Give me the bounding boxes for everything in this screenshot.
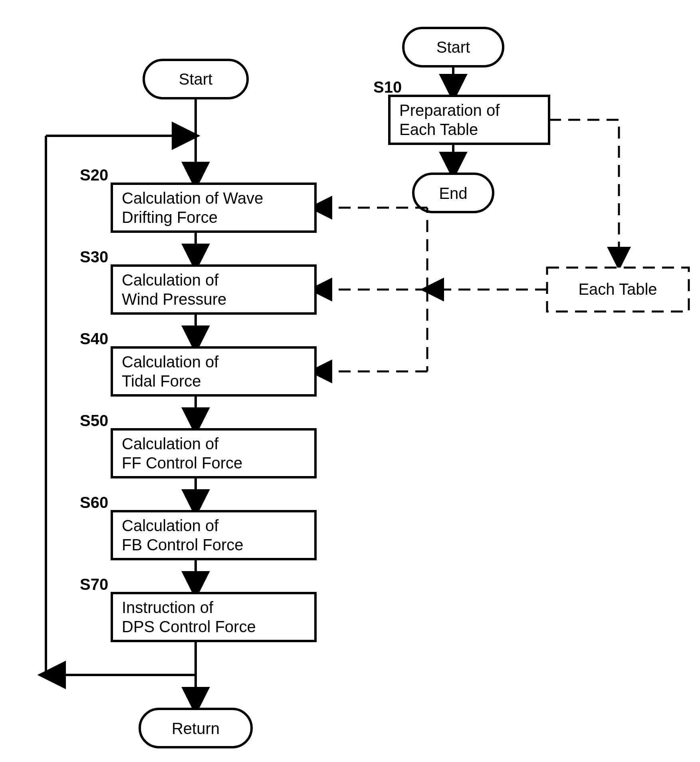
s40-id: S40 [80,330,108,347]
terminator-end-right: End [413,174,493,212]
s40-line1: Calculation of [122,353,219,371]
side-box-each-table: Each Table [547,268,689,312]
process-s40: S40 Calculation of Tidal Force [80,330,315,395]
terminator-start-main: Start [144,60,248,98]
s60-line2: FB Control Force [122,536,244,554]
s70-line2: DPS Control Force [122,618,256,635]
s30-line2: Wind Pressure [122,290,226,308]
return-label: Return [172,720,220,737]
dashed-s10-to-sidebox [549,120,619,264]
s20-line2: Drifting Force [122,208,218,226]
s60-line1: Calculation of [122,517,219,534]
s50-line2: FF Control Force [122,454,242,472]
s10-line1: Preparation of [399,101,500,119]
s50-id: S50 [80,412,108,429]
end-right-label: End [439,185,467,202]
s60-id: S60 [80,494,108,511]
s50-line1: Calculation of [122,435,219,452]
s10-line2: Each Table [399,121,478,138]
terminator-return: Return [140,709,252,747]
process-s50: S50 Calculation of FF Control Force [80,412,315,477]
terminator-start-right: Start [403,28,503,66]
s30-line1: Calculation of [122,271,219,289]
s10-id: S10 [373,78,402,96]
s30-id: S30 [80,248,108,266]
s20-id: S20 [80,166,108,184]
process-s20: S20 Calculation of Wave Drifting Force [80,166,315,232]
side-box-label: Each Table [578,280,657,298]
s20-line1: Calculation of Wave [122,189,263,207]
process-s30: S30 Calculation of Wind Pressure [80,248,315,314]
s70-line1: Instruction of [122,599,214,616]
s40-line2: Tidal Force [122,372,201,390]
process-s70: S70 Instruction of DPS Control Force [80,575,315,641]
start-main-label: Start [179,70,212,88]
s70-id: S70 [80,575,108,593]
process-s60: S60 Calculation of FB Control Force [80,494,315,559]
process-s10: S10 Preparation of Each Table [373,78,549,144]
start-right-label: Start [436,38,470,56]
